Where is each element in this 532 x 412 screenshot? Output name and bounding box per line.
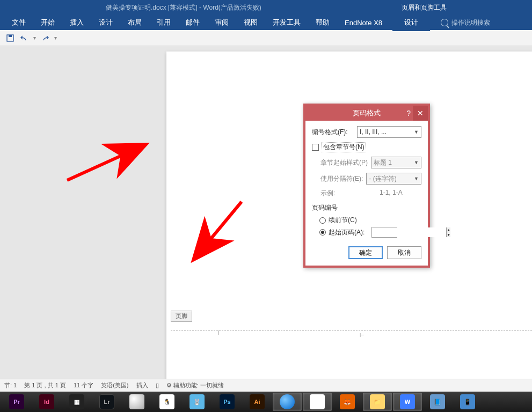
start-at-input[interactable]: [372, 227, 446, 237]
spinner-up[interactable]: ▲: [447, 227, 450, 232]
ok-button[interactable]: 确定: [348, 246, 383, 259]
taskbar-lightroom[interactable]: Lr: [92, 393, 121, 411]
taskbar-notes[interactable]: 📘: [423, 393, 452, 411]
page-numbering-section: 页码编号: [312, 203, 421, 212]
svg-rect-1: [9, 35, 12, 37]
taskbar-browser-sphere[interactable]: [273, 393, 302, 411]
dialog-title: 页码格式: [353, 108, 381, 118]
taskbar-indesign[interactable]: Id: [32, 393, 61, 411]
taskbar-qq[interactable]: 🐧: [152, 393, 181, 411]
taskbar-firefox[interactable]: 🦊: [333, 393, 362, 411]
quick-access-toolbar: ▾ ▾: [0, 30, 532, 46]
footer-margin-mark: [218, 330, 218, 335]
number-format-select[interactable]: I, II, III, ... ▼: [357, 126, 421, 138]
windows-taskbar: Pr Id ▦ Lr 🐧 🐰 Ps Ai ◉ 🦊 📁 W 📘 📱: [0, 392, 532, 412]
start-at-label: 起始页码(A):: [329, 228, 365, 237]
tab-review[interactable]: 审阅: [207, 14, 236, 31]
tab-home[interactable]: 开始: [33, 14, 62, 31]
chapter-style-select: 标题 1 ▼: [371, 157, 421, 168]
status-section[interactable]: 节: 1: [4, 381, 17, 389]
continue-previous-radio[interactable]: [319, 217, 326, 224]
page-number-placeholder: ⊢: [360, 332, 365, 338]
context-tool-label: 页眉和页脚工具: [394, 0, 454, 16]
number-format-label: 编号格式(F):: [312, 128, 354, 137]
status-macro-icon[interactable]: ▯: [156, 382, 159, 389]
taskbar-chrome[interactable]: ◉: [303, 393, 332, 411]
status-page[interactable]: 第 1 页 , 共 1 页: [24, 381, 66, 389]
dialog-body: 编号格式(F): I, II, III, ... ▼ 包含章节号(N) 章节起始…: [305, 121, 428, 266]
taskbar-wps[interactable]: W: [393, 393, 422, 411]
example-value: 1-1, 1-A: [380, 189, 403, 198]
taskbar-explorer[interactable]: 📁: [363, 393, 392, 411]
tab-endnote[interactable]: EndNote X8: [337, 15, 390, 31]
separator-value: - (连字符): [369, 174, 396, 183]
include-chapter-checkbox[interactable]: [312, 144, 319, 151]
chapter-style-label: 章节起始样式(P): [320, 158, 368, 167]
tell-me-label: 操作说明搜索: [451, 18, 490, 27]
dialog-close-button[interactable]: ✕: [413, 106, 428, 121]
tab-view[interactable]: 视图: [236, 14, 265, 31]
separator-label: 使用分隔符(E):: [320, 174, 363, 183]
tab-mailings[interactable]: 邮件: [178, 14, 207, 31]
taskbar-illustrator[interactable]: Ai: [243, 393, 272, 411]
footer-tab-label: 页脚: [171, 311, 192, 322]
start-at-radio[interactable]: [319, 229, 326, 236]
redo-button[interactable]: [40, 33, 50, 43]
example-label: 示例:: [320, 189, 372, 198]
taskbar-bunny-app[interactable]: 🐰: [183, 393, 212, 411]
footer-boundary: [171, 330, 532, 330]
dialog-titlebar[interactable]: 页码格式 ? ✕: [305, 106, 428, 121]
separator-select: - (连字符) ▼: [366, 173, 421, 185]
status-accessibility[interactable]: ⚙ 辅助功能: 一切就绪: [166, 381, 224, 389]
tab-layout[interactable]: 布局: [120, 14, 149, 31]
undo-button[interactable]: [19, 33, 29, 43]
status-bar: 节: 1 第 1 页 , 共 1 页 11 个字 英语(美国) 插入 ▯ ⚙ 辅…: [0, 379, 532, 392]
spinner-down[interactable]: ▼: [447, 232, 450, 237]
lightbulb-icon: [441, 19, 448, 26]
document-area: 页脚 ⊢: [0, 46, 532, 379]
tab-header-footer-design[interactable]: 设计: [392, 14, 430, 31]
tab-help[interactable]: 帮助: [308, 14, 337, 31]
tab-developer[interactable]: 开发工具: [265, 14, 308, 31]
taskbar-phone-link[interactable]: 📱: [453, 393, 482, 411]
taskbar-media-encoder[interactable]: ▦: [62, 393, 91, 411]
status-insert-mode[interactable]: 插入: [136, 381, 148, 389]
ribbon-tabs: 文件 开始 插入 设计 布局 引用 邮件 审阅 视图 开发工具 帮助 EndNo…: [0, 15, 532, 30]
tell-me-search[interactable]: 操作说明搜索: [441, 18, 490, 27]
tab-file[interactable]: 文件: [4, 14, 33, 31]
chapter-style-value: 标题 1: [374, 158, 392, 167]
cancel-button[interactable]: 取消: [387, 246, 421, 259]
start-at-spinner[interactable]: ▲ ▼: [371, 227, 397, 238]
qat-customize-icon[interactable]: ▾: [54, 35, 57, 41]
qat-dropdown-icon[interactable]: ▾: [33, 35, 36, 41]
chevron-down-icon: ▼: [414, 129, 419, 135]
continue-previous-label: 续前节(C): [329, 216, 357, 225]
taskbar-photoshop[interactable]: Ps: [213, 393, 242, 411]
status-words[interactable]: 11 个字: [74, 381, 93, 389]
chevron-down-icon: ▼: [414, 176, 419, 181]
svg-line-2: [67, 145, 144, 180]
number-format-value: I, II, III, ...: [360, 128, 387, 136]
include-chapter-label: 包含章节号(N): [322, 142, 366, 152]
title-bar: 健美操专项证明.docx [兼容模式] - Word(产品激活失败) 页眉和页脚…: [0, 0, 532, 15]
tab-references[interactable]: 引用: [149, 14, 178, 31]
taskbar-app-ball[interactable]: [122, 393, 151, 411]
page-number-format-dialog: 页码格式 ? ✕ 编号格式(F): I, II, III, ... ▼ 包含章节…: [303, 104, 430, 268]
status-language[interactable]: 英语(美国): [101, 381, 128, 389]
dialog-help-button[interactable]: ?: [406, 109, 411, 117]
taskbar-premiere[interactable]: Pr: [2, 393, 31, 411]
tab-insert[interactable]: 插入: [62, 14, 91, 31]
document-title: 健美操专项证明.docx [兼容模式] - Word(产品激活失败): [106, 3, 261, 12]
chevron-down-icon: ▼: [414, 160, 419, 165]
save-button[interactable]: [5, 33, 15, 43]
tab-design[interactable]: 设计: [91, 14, 120, 31]
